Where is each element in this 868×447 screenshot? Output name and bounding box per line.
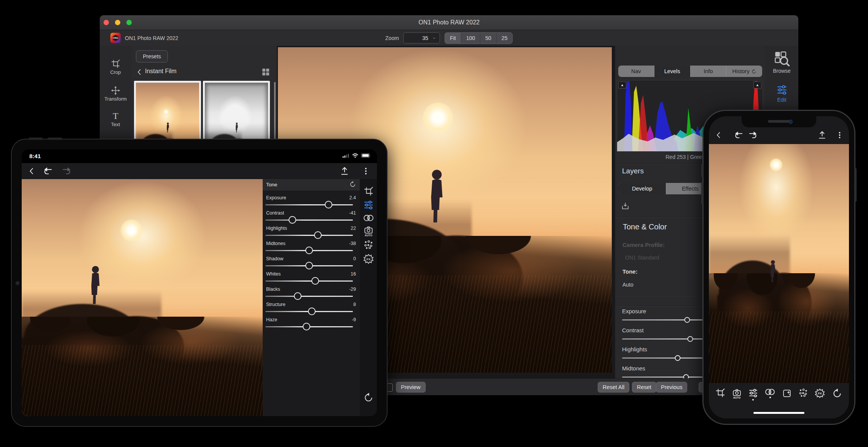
person-silhouette bbox=[425, 161, 450, 239]
zoom-25-button[interactable]: 25 bbox=[496, 33, 512, 43]
iphone-photo[interactable] bbox=[709, 144, 849, 383]
edited-indicator-dot bbox=[769, 397, 771, 398]
slider-knob[interactable] bbox=[308, 308, 316, 315]
back-icon[interactable] bbox=[715, 131, 722, 139]
zoom-100-button[interactable]: 100 bbox=[461, 33, 480, 43]
zoom-level-dropdown[interactable]: 35 bbox=[404, 32, 440, 43]
slider-label: Highlights bbox=[266, 226, 287, 231]
presets-button[interactable]: Presets bbox=[136, 50, 168, 62]
slider-track[interactable] bbox=[265, 235, 353, 236]
home-indicator[interactable] bbox=[753, 412, 804, 414]
slider-knob[interactable] bbox=[314, 231, 322, 239]
edit-sliders-icon bbox=[776, 85, 788, 95]
fx-button[interactable] bbox=[815, 388, 825, 401]
zoom-50-button[interactable]: 50 bbox=[480, 33, 497, 43]
slider-track[interactable] bbox=[265, 296, 353, 297]
adjust-icon[interactable] bbox=[364, 200, 373, 210]
ipad-slider-midtones: Midtones-38 bbox=[263, 239, 360, 254]
slider-value: 0 bbox=[353, 256, 356, 261]
reset-icon[interactable] bbox=[364, 393, 373, 402]
slider-track[interactable] bbox=[265, 326, 353, 327]
slider-track[interactable] bbox=[265, 265, 353, 266]
share-icon[interactable] bbox=[340, 167, 349, 176]
shadow-clipping-warning[interactable]: ▲ bbox=[618, 82, 626, 88]
transform-tool-button[interactable]: Transform bbox=[100, 86, 131, 102]
preview-button[interactable]: Preview bbox=[396, 382, 426, 393]
noise-icon[interactable] bbox=[364, 240, 373, 250]
fx-icon[interactable] bbox=[363, 254, 374, 264]
blend-circles-icon[interactable] bbox=[363, 214, 374, 222]
ipad-slider-highlights: Highlights22 bbox=[263, 223, 360, 239]
mac-titlebar[interactable]: ON1 Photo RAW 2022 bbox=[100, 15, 798, 30]
tab-history[interactable]: History bbox=[726, 66, 762, 77]
adjust-button[interactable] bbox=[748, 388, 758, 401]
previous-button[interactable]: Previous bbox=[656, 382, 687, 393]
preset-category-header[interactable]: Instant Film bbox=[131, 66, 277, 79]
slider-knob[interactable] bbox=[305, 262, 313, 269]
slider-track[interactable] bbox=[265, 219, 353, 221]
share-icon[interactable] bbox=[818, 131, 827, 139]
slider-track[interactable] bbox=[265, 250, 353, 251]
noise-button[interactable] bbox=[799, 388, 808, 400]
blend-circles-icon bbox=[765, 388, 775, 396]
slider-track[interactable] bbox=[265, 204, 353, 205]
auto-tone-button[interactable] bbox=[732, 388, 742, 402]
slider-value: -41 bbox=[349, 210, 356, 216]
back-icon[interactable] bbox=[28, 167, 35, 176]
redo-icon[interactable] bbox=[62, 167, 72, 176]
slider-knob[interactable] bbox=[685, 317, 690, 323]
import-settings-icon[interactable] bbox=[621, 202, 629, 210]
adjust-icon bbox=[748, 388, 758, 398]
highlight-clipping-warning[interactable]: ▲ bbox=[753, 82, 761, 88]
slider-knob[interactable] bbox=[289, 216, 296, 224]
tab-levels[interactable]: Levels bbox=[654, 66, 691, 77]
slider-value: 16 bbox=[351, 271, 356, 277]
slider-knob[interactable] bbox=[311, 277, 319, 285]
crop-tool-button[interactable] bbox=[716, 388, 725, 400]
edit-mode-button[interactable]: Edit bbox=[765, 85, 798, 103]
slider-knob[interactable] bbox=[303, 323, 310, 330]
reset-all-button[interactable]: Reset All bbox=[598, 382, 629, 393]
tone-value[interactable]: Auto bbox=[622, 282, 633, 288]
text-tool-button[interactable]: T Text bbox=[100, 111, 131, 127]
browse-mode-button[interactable]: Browse bbox=[765, 51, 798, 74]
noise-icon bbox=[799, 388, 808, 397]
redo-icon[interactable] bbox=[748, 131, 758, 139]
slider-knob[interactable] bbox=[675, 355, 681, 361]
more-menu-icon[interactable] bbox=[836, 131, 843, 139]
slider-knob[interactable] bbox=[305, 247, 313, 254]
crop-icon bbox=[111, 59, 120, 68]
slider-knob[interactable] bbox=[687, 336, 693, 342]
more-menu-icon[interactable] bbox=[362, 167, 370, 176]
reset-button[interactable] bbox=[832, 388, 842, 401]
slider-track[interactable] bbox=[265, 311, 353, 312]
slider-value: 2.4 bbox=[349, 195, 356, 200]
sky-swap-button[interactable] bbox=[782, 388, 792, 401]
slider-track[interactable] bbox=[265, 280, 353, 282]
crop-tool-button[interactable]: Crop bbox=[100, 59, 131, 75]
tab-info[interactable]: Info bbox=[691, 66, 727, 77]
camera-profile-value[interactable]: ON1 Standard bbox=[625, 255, 659, 261]
blend-button[interactable] bbox=[765, 388, 775, 398]
zoom-controls: Zoom 35 Fit 100 50 25 bbox=[385, 30, 513, 46]
slider-knob[interactable] bbox=[294, 292, 302, 300]
chevron-left-icon[interactable] bbox=[136, 68, 143, 76]
edited-indicator-dot bbox=[752, 399, 754, 401]
reset-button[interactable]: Reset bbox=[632, 382, 656, 393]
presets-scrollbar[interactable] bbox=[274, 82, 276, 139]
grid-view-icon[interactable] bbox=[262, 69, 269, 75]
auto-camera-icon[interactable] bbox=[364, 226, 373, 237]
ipad-slider-exposure: Exposure2.4 bbox=[263, 193, 360, 208]
undo-icon[interactable] bbox=[42, 167, 53, 176]
slider-value: -38 bbox=[349, 241, 356, 246]
undo-icon[interactable] bbox=[733, 131, 743, 139]
text-tool-label: Text bbox=[100, 122, 131, 127]
slider-knob[interactable] bbox=[325, 201, 332, 208]
reset-section-icon[interactable] bbox=[349, 181, 356, 187]
tab-nav[interactable]: Nav bbox=[618, 66, 654, 77]
tab-develop[interactable]: Develop bbox=[618, 183, 666, 194]
zoom-fit-button[interactable]: Fit bbox=[445, 33, 461, 43]
ipad-photo[interactable] bbox=[22, 179, 263, 416]
crop-icon[interactable] bbox=[364, 187, 373, 196]
person-silhouette bbox=[166, 118, 170, 139]
